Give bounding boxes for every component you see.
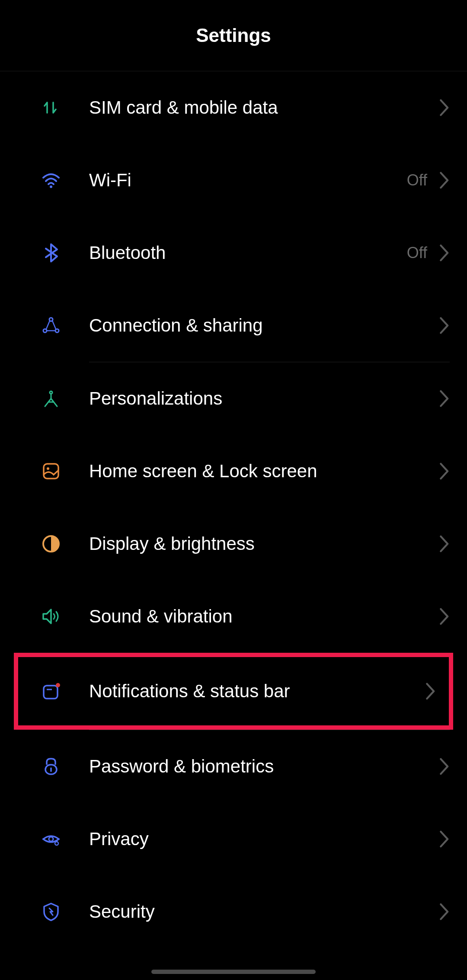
svg-point-3 [55, 329, 59, 332]
privacy-icon [38, 826, 64, 852]
row-label: Home screen & Lock screen [89, 461, 439, 482]
chevron-right-icon [439, 172, 450, 189]
row-personalizations[interactable]: Personalizations [0, 362, 467, 435]
row-privacy[interactable]: Privacy [0, 803, 467, 875]
brightness-icon [38, 531, 64, 557]
row-label: Personalizations [89, 388, 439, 409]
sharing-icon [38, 313, 64, 338]
svg-point-13 [49, 837, 53, 841]
row-connection-sharing[interactable]: Connection & sharing [0, 289, 467, 362]
svg-point-10 [56, 683, 60, 687]
row-label: Notifications & status bar [89, 681, 425, 702]
chevron-right-icon [439, 830, 450, 848]
row-label: Password & biometrics [89, 756, 439, 777]
chevron-right-icon [439, 99, 450, 116]
home-indicator[interactable] [151, 970, 316, 974]
personalization-section: Personalizations Home screen & Lock scre… [0, 362, 467, 730]
svg-rect-5 [44, 464, 58, 479]
row-value: Off [407, 171, 427, 189]
security-section: Password & biometrics Privacy [0, 730, 467, 948]
row-bluetooth[interactable]: Bluetooth Off [0, 217, 467, 289]
row-label: Security [89, 901, 439, 922]
sound-icon [38, 603, 64, 629]
security-icon [38, 899, 64, 925]
chevron-right-icon [425, 683, 436, 700]
row-notifications-status-bar[interactable]: Notifications & status bar [14, 653, 453, 730]
settings-list: SIM card & mobile data Wi-Fi Off [0, 71, 467, 948]
row-label: Display & brightness [89, 533, 439, 554]
svg-point-0 [50, 185, 52, 188]
row-home-lock-screen[interactable]: Home screen & Lock screen [0, 435, 467, 508]
svg-point-1 [49, 318, 53, 321]
header: Settings [0, 0, 467, 71]
page-title: Settings [196, 25, 271, 46]
row-wifi[interactable]: Wi-Fi Off [0, 144, 467, 217]
row-security[interactable]: Security [0, 875, 467, 948]
chevron-right-icon [439, 903, 450, 920]
chevron-right-icon [439, 390, 450, 407]
chevron-right-icon [439, 244, 450, 262]
row-display-brightness[interactable]: Display & brightness [0, 508, 467, 580]
row-value: Off [407, 244, 427, 262]
chevron-right-icon [439, 535, 450, 552]
mobile-data-icon [38, 95, 64, 121]
lock-icon [38, 753, 64, 779]
chevron-right-icon [439, 608, 450, 625]
svg-point-6 [47, 467, 49, 470]
chevron-right-icon [439, 758, 450, 775]
row-label: Connection & sharing [89, 315, 439, 336]
chevron-right-icon [439, 463, 450, 480]
notification-icon [38, 678, 64, 704]
bluetooth-icon [38, 240, 64, 266]
row-label: Sound & vibration [89, 606, 439, 627]
row-sound-vibration[interactable]: Sound & vibration [0, 580, 467, 653]
row-label: SIM card & mobile data [89, 97, 439, 118]
svg-rect-8 [44, 686, 58, 699]
compass-icon [38, 386, 64, 412]
row-label: Wi-Fi [89, 170, 407, 191]
svg-point-2 [43, 329, 47, 332]
row-sim-mobile-data[interactable]: SIM card & mobile data [0, 71, 467, 144]
row-label: Bluetooth [89, 243, 407, 263]
home-lock-icon [38, 458, 64, 484]
row-label: Privacy [89, 829, 439, 849]
chevron-right-icon [439, 317, 450, 334]
connectivity-section: SIM card & mobile data Wi-Fi Off [0, 71, 467, 362]
wifi-icon [38, 167, 64, 193]
row-password-biometrics[interactable]: Password & biometrics [0, 730, 467, 803]
